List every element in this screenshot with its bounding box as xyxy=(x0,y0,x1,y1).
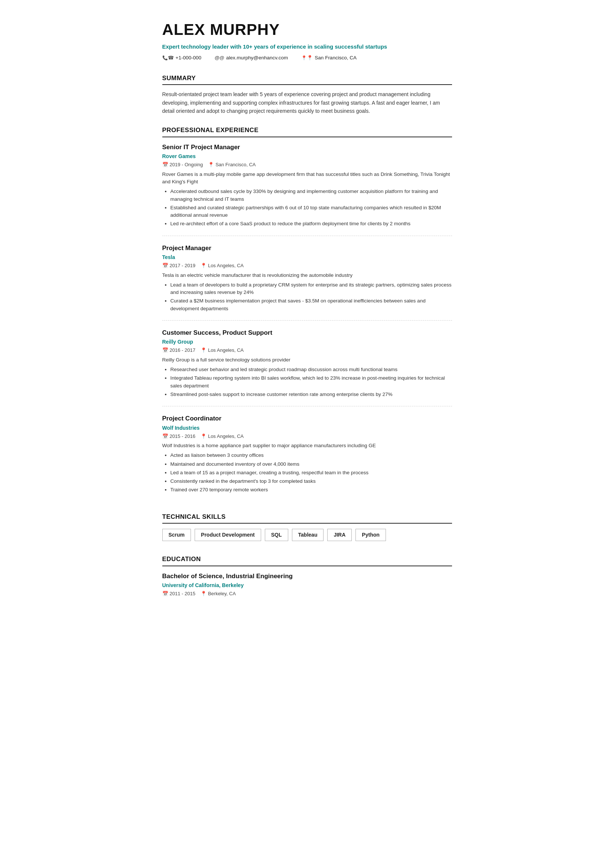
location-icon: 📍 xyxy=(301,54,313,62)
education-section: EDUCATION Bachelor of Science, Industria… xyxy=(162,555,452,597)
job-dates: 2017 - 2019 xyxy=(170,262,195,270)
job-location-item: 📍 Los Angeles, CA xyxy=(201,262,244,270)
job-company: Reilly Group xyxy=(162,338,452,346)
skills-section: TECHNICAL SKILLS ScrumProduct Developmen… xyxy=(162,512,452,544)
location-item: 📍 San Francisco, CA xyxy=(301,54,357,62)
experience-section: PROFESSIONAL EXPERIENCE Senior IT Projec… xyxy=(162,126,452,501)
location-value: San Francisco, CA xyxy=(315,54,357,62)
edu-school: University of California, Berkeley xyxy=(162,581,452,589)
bullet-item: Trained over 270 temporary remote worker… xyxy=(171,486,452,494)
email-value: alex.murphy@enhancv.com xyxy=(226,54,288,62)
skills-row: ScrumProduct DevelopmentSQLTableauJIRAPy… xyxy=(162,529,452,544)
job-loc-icon: 📍 xyxy=(201,433,207,440)
job-dates: 2015 - 2016 xyxy=(170,433,195,440)
header-section: ALEX MURPHY Expert technology leader wit… xyxy=(162,18,452,62)
summary-title: SUMMARY xyxy=(162,73,452,85)
job-meta: 📅 2017 - 2019 📍 Los Angeles, CA xyxy=(162,262,452,270)
phone-value: +1-000-000 xyxy=(176,54,201,62)
job-item: Senior IT Project Manager Rover Games 📅 … xyxy=(162,143,452,236)
bullet-item: Consistently ranked in the department's … xyxy=(171,477,452,485)
email-item: @ alex.murphy@enhancv.com xyxy=(215,54,288,62)
bullet-item: Led re-architect effort of a core SaaS p… xyxy=(171,220,452,228)
job-location-item: 📍 San Francisco, CA xyxy=(208,161,256,169)
skill-item: Product Development xyxy=(194,529,261,541)
job-location: Los Angeles, CA xyxy=(208,347,244,354)
job-dates-item: 📅 2015 - 2016 xyxy=(162,433,195,440)
edu-loc-icon: 📍 xyxy=(201,590,207,597)
job-location: Los Angeles, CA xyxy=(208,262,244,270)
job-item: Project Manager Tesla 📅 2017 - 2019 📍 Lo… xyxy=(162,243,452,321)
candidate-name: ALEX MURPHY xyxy=(162,18,452,41)
edu-location: Berkeley, CA xyxy=(208,590,236,597)
bullet-item: Maintained and documented inventory of o… xyxy=(171,460,452,468)
email-icon: @ xyxy=(215,54,224,62)
phone-item: ☎ +1-000-000 xyxy=(162,54,201,62)
job-dates-item: 📅 2019 - Ongoing xyxy=(162,161,203,169)
job-description: Wolf Industries is a home appliance part… xyxy=(162,442,452,450)
jobs-container: Senior IT Project Manager Rover Games 📅 … xyxy=(162,143,452,502)
job-cal-icon: 📅 xyxy=(162,433,168,440)
job-dates-item: 📅 2017 - 2019 xyxy=(162,262,195,270)
job-title: Project Coordinator xyxy=(162,414,452,423)
job-meta: 📅 2016 - 2017 📍 Los Angeles, CA xyxy=(162,347,452,354)
job-location-item: 📍 Los Angeles, CA xyxy=(201,347,244,354)
experience-title: PROFESSIONAL EXPERIENCE xyxy=(162,126,452,137)
skills-title: TECHNICAL SKILLS xyxy=(162,512,452,524)
edu-dates-item: 📅 2011 - 2015 xyxy=(162,590,195,597)
job-item: Customer Success, Product Support Reilly… xyxy=(162,328,452,406)
bullet-item: Researched user behavior and led strateg… xyxy=(171,366,452,374)
job-cal-icon: 📅 xyxy=(162,262,168,270)
resume-page: ALEX MURPHY Expert technology leader wit… xyxy=(140,0,474,630)
bullet-item: Streamlined post-sales support to increa… xyxy=(171,391,452,398)
job-dates-item: 📅 2016 - 2017 xyxy=(162,347,195,354)
job-location: Los Angeles, CA xyxy=(208,433,244,440)
job-meta: 📅 2015 - 2016 📍 Los Angeles, CA xyxy=(162,433,452,440)
job-title: Senior IT Project Manager xyxy=(162,143,452,152)
education-title: EDUCATION xyxy=(162,555,452,566)
edu-cal-icon: 📅 xyxy=(162,590,168,597)
job-description: Tesla is an electric vehicle manufacture… xyxy=(162,272,452,279)
job-company: Rover Games xyxy=(162,152,452,160)
job-bullets: Acted as liaison between 3 country offic… xyxy=(162,452,452,494)
summary-text: Result-orientated project team leader wi… xyxy=(162,90,452,115)
bullet-item: Lead a team of developers to build a pro… xyxy=(171,281,452,296)
bullet-item: Acted as liaison between 3 country offic… xyxy=(171,452,452,459)
skill-item: Tableau xyxy=(292,529,324,541)
job-loc-icon: 📍 xyxy=(201,262,207,270)
candidate-tagline: Expert technology leader with 10+ years … xyxy=(162,43,452,51)
edu-location-item: 📍 Berkeley, CA xyxy=(201,590,236,597)
bullet-item: Integrated Tableau reporting system into… xyxy=(171,374,452,390)
skill-item: Python xyxy=(356,529,385,541)
job-company: Wolf Industries xyxy=(162,424,452,432)
job-bullets: Lead a team of developers to build a pro… xyxy=(162,281,452,313)
job-location-item: 📍 Los Angeles, CA xyxy=(201,433,244,440)
edu-degree: Bachelor of Science, Industrial Engineer… xyxy=(162,572,452,581)
bullet-item: Curated a $2M business implementation pr… xyxy=(171,297,452,313)
bullet-item: Led a team of 15 as a project manager, c… xyxy=(171,469,452,476)
job-title: Customer Success, Product Support xyxy=(162,328,452,338)
skill-item: Scrum xyxy=(162,529,191,541)
job-description: Rover Games is a multi-play mobile game … xyxy=(162,171,452,186)
job-description: Reilly Group is a full service technolog… xyxy=(162,356,452,364)
contact-row: ☎ +1-000-000 @ alex.murphy@enhancv.com 📍… xyxy=(162,54,452,62)
job-bullets: Accelerated outbound sales cycle by 330%… xyxy=(162,188,452,228)
job-title: Project Manager xyxy=(162,243,452,253)
job-cal-icon: 📅 xyxy=(162,161,168,169)
edu-meta: 📅 2011 - 2015 📍 Berkeley, CA xyxy=(162,590,452,597)
bullet-item: Established and curated strategic partne… xyxy=(171,204,452,219)
job-loc-icon: 📍 xyxy=(201,347,207,354)
job-location: San Francisco, CA xyxy=(215,161,256,169)
job-dates: 2016 - 2017 xyxy=(170,347,195,354)
job-company: Tesla xyxy=(162,253,452,261)
job-item: Project Coordinator Wolf Industries 📅 20… xyxy=(162,414,452,502)
skill-item: SQL xyxy=(265,529,288,541)
phone-icon: ☎ xyxy=(162,54,174,62)
bullet-item: Accelerated outbound sales cycle by 330%… xyxy=(171,188,452,203)
edu-dates: 2011 - 2015 xyxy=(170,590,195,597)
job-loc-icon: 📍 xyxy=(208,161,214,169)
job-bullets: Researched user behavior and led strateg… xyxy=(162,366,452,398)
job-cal-icon: 📅 xyxy=(162,347,168,354)
job-dates: 2019 - Ongoing xyxy=(170,161,203,169)
job-meta: 📅 2019 - Ongoing 📍 San Francisco, CA xyxy=(162,161,452,169)
summary-section: SUMMARY Result-orientated project team l… xyxy=(162,73,452,115)
